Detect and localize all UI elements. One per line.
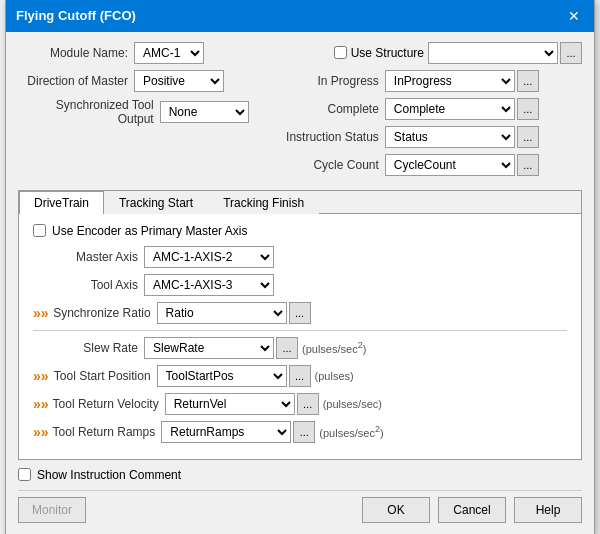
synchronize-ratio-dots-button[interactable]: ...	[289, 302, 311, 324]
tab-tracking-start[interactable]: Tracking Start	[104, 191, 208, 214]
tool-return-ramps-label: Tool Return Ramps	[53, 425, 156, 439]
cycle-count-label: Cycle Count	[259, 158, 379, 172]
complete-dots-button[interactable]: ...	[517, 98, 539, 120]
footer-left: Monitor	[18, 497, 86, 523]
divider	[33, 330, 567, 331]
complete-row: Complete Complete ...	[259, 98, 582, 120]
module-name-row: Module Name: AMC-1	[18, 42, 249, 64]
use-structure-dots-button[interactable]: ...	[560, 42, 582, 64]
title-bar: Flying Cutoff (FCO) ✕	[6, 0, 594, 32]
tab-content-drivetrain: Use Encoder as Primary Master Axis Maste…	[19, 214, 581, 459]
in-progress-row: In Progress InProgress ...	[259, 70, 582, 92]
master-axis-select[interactable]: AMC-1-AXIS-2	[144, 246, 274, 268]
cancel-button[interactable]: Cancel	[438, 497, 506, 523]
instruction-status-select[interactable]: Status	[385, 126, 515, 148]
ok-button[interactable]: OK	[362, 497, 430, 523]
slew-rate-row: Slew Rate SlewRate ... (pulses/sec2)	[33, 337, 567, 359]
tool-return-ramps-unit: (pulses/sec2)	[319, 424, 383, 439]
tool-axis-row: Tool Axis AMC-1-AXIS-3	[33, 274, 567, 296]
direction-row: Direction of Master Positive	[18, 70, 249, 92]
use-structure-select[interactable]	[428, 42, 558, 64]
instruction-status-row: Instruction Status Status ...	[259, 126, 582, 148]
synchronize-ratio-label: Synchronize Ratio	[53, 306, 151, 320]
tool-axis-label: Tool Axis	[33, 278, 138, 292]
tool-return-vel-unit: (pulses/sec)	[323, 398, 382, 410]
synchronize-ratio-select[interactable]: Ratio	[157, 302, 287, 324]
direction-select[interactable]: Positive	[134, 70, 224, 92]
dialog-body: Module Name: AMC-1 Direction of Master P…	[6, 32, 594, 535]
synch-output-row: Synchronized Tool Output None	[18, 98, 249, 126]
tool-return-vel-label: Tool Return Velocity	[53, 397, 159, 411]
slew-rate-dots-button[interactable]: ...	[276, 337, 298, 359]
help-button[interactable]: Help	[514, 497, 582, 523]
complete-label: Complete	[259, 102, 379, 116]
tool-start-position-row: »» Tool Start Position ToolStartPos ... …	[33, 365, 567, 387]
tool-return-ramps-icon: »»	[33, 424, 49, 440]
slew-rate-select[interactable]: SlewRate	[144, 337, 274, 359]
show-instruction-comment-row: Show Instruction Comment	[18, 468, 582, 482]
in-progress-dots-button[interactable]: ...	[517, 70, 539, 92]
left-column: Module Name: AMC-1 Direction of Master P…	[18, 42, 249, 182]
in-progress-select[interactable]: InProgress	[385, 70, 515, 92]
tool-start-pos-label: Tool Start Position	[53, 369, 151, 383]
tool-return-ramps-select[interactable]: ReturnRamps	[161, 421, 291, 443]
master-axis-row: Master Axis AMC-1-AXIS-2	[33, 246, 567, 268]
tool-return-ramps-dots-button[interactable]: ...	[293, 421, 315, 443]
use-encoder-row: Use Encoder as Primary Master Axis	[33, 224, 567, 238]
show-instruction-comment-label: Show Instruction Comment	[37, 468, 181, 482]
tool-return-ramps-row: »» Tool Return Ramps ReturnRamps ... (pu…	[33, 421, 567, 443]
tool-return-vel-icon: »»	[33, 396, 49, 412]
tool-start-pos-select[interactable]: ToolStartPos	[157, 365, 287, 387]
synch-icon: »»	[33, 305, 49, 321]
footer-right: OK Cancel Help	[362, 497, 582, 523]
right-column: Use Structure ... In Progress InProgress…	[259, 42, 582, 182]
module-name-label: Module Name:	[18, 46, 128, 60]
slew-rate-label: Slew Rate	[33, 341, 138, 355]
top-section: Module Name: AMC-1 Direction of Master P…	[18, 42, 582, 182]
monitor-button[interactable]: Monitor	[18, 497, 86, 523]
tabs-section: DriveTrain Tracking Start Tracking Finis…	[18, 190, 582, 460]
instruction-status-dots-button[interactable]: ...	[517, 126, 539, 148]
use-encoder-checkbox[interactable]	[33, 224, 46, 237]
use-structure-checkbox[interactable]	[334, 46, 347, 59]
tool-start-pos-unit: (pulses)	[315, 370, 354, 382]
instruction-status-label: Instruction Status	[259, 130, 379, 144]
tab-tracking-finish[interactable]: Tracking Finish	[208, 191, 319, 214]
synch-output-select[interactable]: None	[160, 101, 249, 123]
cycle-count-row: Cycle Count CycleCount ...	[259, 154, 582, 176]
close-icon: ✕	[568, 8, 580, 24]
synch-output-label: Synchronized Tool Output	[18, 98, 154, 126]
master-axis-label: Master Axis	[33, 250, 138, 264]
tab-bar: DriveTrain Tracking Start Tracking Finis…	[19, 191, 581, 214]
dialog-title: Flying Cutoff (FCO)	[16, 8, 136, 23]
use-structure-row: Use Structure ...	[259, 42, 582, 64]
tool-return-vel-select[interactable]: ReturnVel	[165, 393, 295, 415]
module-name-select[interactable]: AMC-1	[134, 42, 204, 64]
tab-drivetrain[interactable]: DriveTrain	[19, 191, 104, 214]
slew-rate-unit: (pulses/sec2)	[302, 340, 366, 355]
tool-return-velocity-row: »» Tool Return Velocity ReturnVel ... (p…	[33, 393, 567, 415]
close-button[interactable]: ✕	[564, 6, 584, 26]
tool-start-pos-dots-button[interactable]: ...	[289, 365, 311, 387]
tool-start-pos-icon: »»	[33, 368, 49, 384]
complete-select[interactable]: Complete	[385, 98, 515, 120]
dialog-window: Flying Cutoff (FCO) ✕ Module Name: AMC-1…	[5, 0, 595, 534]
in-progress-label: In Progress	[259, 74, 379, 88]
cycle-count-dots-button[interactable]: ...	[517, 154, 539, 176]
tool-return-vel-dots-button[interactable]: ...	[297, 393, 319, 415]
use-encoder-label: Use Encoder as Primary Master Axis	[52, 224, 247, 238]
show-instruction-comment-checkbox[interactable]	[18, 468, 31, 481]
tool-axis-select[interactable]: AMC-1-AXIS-3	[144, 274, 274, 296]
synchronize-ratio-row: »» Synchronize Ratio Ratio ...	[33, 302, 567, 324]
use-structure-label: Use Structure	[351, 46, 424, 60]
cycle-count-select[interactable]: CycleCount	[385, 154, 515, 176]
direction-label: Direction of Master	[18, 74, 128, 88]
footer: Monitor OK Cancel Help	[18, 490, 582, 527]
